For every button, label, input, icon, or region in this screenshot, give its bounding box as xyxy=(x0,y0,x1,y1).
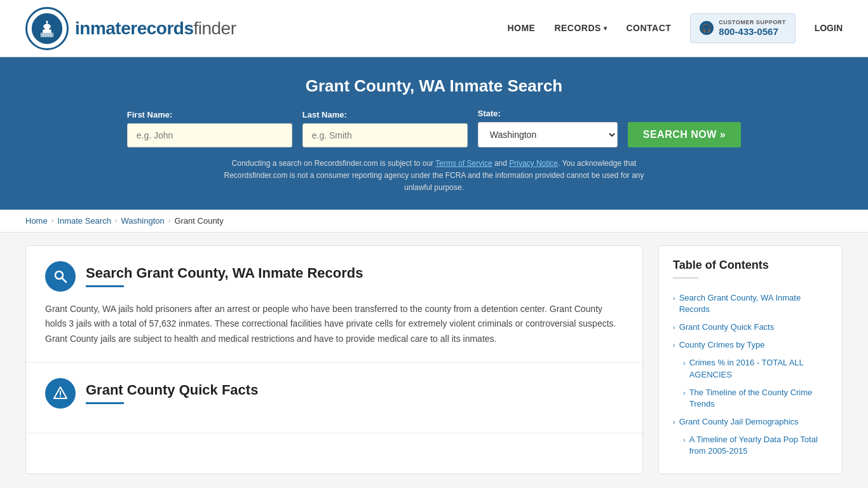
state-label: State: xyxy=(478,109,501,118)
search-button[interactable]: SEARCH NOW » xyxy=(628,122,741,147)
breadcrumb-home[interactable]: Home xyxy=(25,216,48,226)
toc-sub-crimes: › Crimes % in 2016 - TOTAL ALL AGENCIES … xyxy=(673,354,828,413)
toc-item-3[interactable]: › Crimes % in 2016 - TOTAL ALL AGENCIES xyxy=(683,354,828,383)
chevron-down-icon: ▾ xyxy=(604,25,607,32)
toc-chevron-icon: › xyxy=(673,417,675,427)
search-section-icon xyxy=(45,261,76,292)
main-content: Search Grant County, WA Inmate Records G… xyxy=(0,233,868,487)
site-header: inmaterecordsfinder HOME RECORDS ▾ CONTA… xyxy=(0,0,868,57)
toc-item-6[interactable]: › A Timeline of Yearly Data Pop Total fr… xyxy=(683,431,828,460)
nav-home[interactable]: HOME xyxy=(507,23,535,33)
breadcrumb-state[interactable]: Washington xyxy=(121,216,165,226)
first-name-group: First Name: xyxy=(127,110,292,147)
breadcrumb-current: Grant County xyxy=(174,216,223,226)
svg-rect-9 xyxy=(44,32,45,37)
headphone-icon: 🎧 xyxy=(700,21,714,35)
breadcrumb-sep-2: › xyxy=(115,217,118,224)
nav-login[interactable]: LOGIN xyxy=(815,23,843,33)
tos-link[interactable]: Terms of Service xyxy=(435,159,492,168)
content-area: Search Grant County, WA Inmate Records G… xyxy=(25,245,643,474)
logo-text: inmaterecordsfinder xyxy=(75,18,236,39)
table-of-contents: Table of Contents › Search Grant County,… xyxy=(658,245,843,474)
breadcrumb-sep-3: › xyxy=(168,217,171,224)
svg-point-18 xyxy=(60,396,61,397)
toc-item-2[interactable]: › County Crimes by Type xyxy=(673,336,828,354)
hero-section: Grant County, WA Inmate Search First Nam… xyxy=(0,57,868,210)
inmate-records-section: Search Grant County, WA Inmate Records G… xyxy=(26,246,642,363)
svg-line-16 xyxy=(62,278,66,282)
state-select[interactable]: Washington xyxy=(478,122,618,147)
logo-area[interactable]: inmaterecordsfinder xyxy=(25,7,236,50)
title-underline xyxy=(86,285,124,287)
breadcrumb: Home › Inmate Search › Washington › Gran… xyxy=(0,210,868,233)
sidebar: Table of Contents › Search Grant County,… xyxy=(658,245,843,474)
svg-rect-11 xyxy=(48,32,48,37)
inmate-records-text: Grant County, WA jails hold prisoners af… xyxy=(45,302,623,347)
svg-rect-2 xyxy=(43,29,51,34)
last-name-input[interactable] xyxy=(302,123,468,147)
svg-point-6 xyxy=(46,20,48,22)
hero-disclaimer: Conducting a search on Recordsfinder.com… xyxy=(212,158,656,194)
state-group: State: Washington xyxy=(478,109,618,147)
breadcrumb-inmate-search[interactable]: Inmate Search xyxy=(57,216,111,226)
svg-rect-5 xyxy=(46,22,48,27)
support-label: CUSTOMER SUPPORT xyxy=(719,19,785,26)
toc-item-0[interactable]: › Search Grant County, WA Inmate Records xyxy=(673,289,828,318)
main-nav: HOME RECORDS ▾ CONTACT 🎧 CUSTOMER SUPPOR… xyxy=(507,13,843,43)
nav-records[interactable]: RECORDS ▾ xyxy=(554,23,607,33)
quick-facts-section: Grant County Quick Facts xyxy=(26,363,642,433)
svg-rect-13 xyxy=(51,32,51,37)
toc-item-4[interactable]: › The Timeline of the County Crime Trend… xyxy=(683,384,828,413)
nav-contact[interactable]: CONTACT xyxy=(626,23,671,33)
toc-chevron-icon: › xyxy=(673,294,675,303)
alert-section-icon xyxy=(45,378,76,409)
customer-support-box[interactable]: 🎧 CUSTOMER SUPPORT 800-433-0567 xyxy=(690,13,795,43)
svg-rect-10 xyxy=(46,32,46,37)
first-name-input[interactable] xyxy=(127,123,292,147)
toc-item-5[interactable]: › Grant County Jail Demographics xyxy=(673,413,828,431)
hero-title: Grant County, WA Inmate Search xyxy=(25,76,843,96)
quick-facts-underline xyxy=(86,402,124,404)
privacy-link[interactable]: Privacy Notice xyxy=(509,159,558,168)
logo-icon xyxy=(25,7,69,50)
first-name-label: First Name: xyxy=(127,110,173,119)
toc-chevron-icon: › xyxy=(683,358,686,368)
toc-title: Table of Contents xyxy=(673,259,828,272)
support-number: 800-433-0567 xyxy=(719,26,785,37)
toc-item-1[interactable]: › Grant County Quick Facts xyxy=(673,318,828,336)
toc-sub-timeline: › A Timeline of Yearly Data Pop Total fr… xyxy=(673,431,828,460)
last-name-group: Last Name: xyxy=(302,110,468,147)
svg-rect-14 xyxy=(52,32,53,37)
toc-chevron-icon: › xyxy=(673,323,675,332)
last-name-label: Last Name: xyxy=(302,110,347,119)
svg-rect-7 xyxy=(41,32,42,37)
toc-chevron-icon: › xyxy=(683,388,686,398)
svg-rect-8 xyxy=(43,32,43,37)
breadcrumb-sep-1: › xyxy=(51,217,54,224)
svg-rect-12 xyxy=(49,32,50,37)
toc-chevron-icon: › xyxy=(673,341,675,350)
quick-facts-title: Grant County Quick Facts xyxy=(86,382,258,398)
search-form: First Name: Last Name: State: Washington… xyxy=(25,109,843,147)
toc-underline xyxy=(673,277,698,279)
inmate-records-title: Search Grant County, WA Inmate Records xyxy=(86,265,363,281)
toc-chevron-icon: › xyxy=(683,435,686,445)
